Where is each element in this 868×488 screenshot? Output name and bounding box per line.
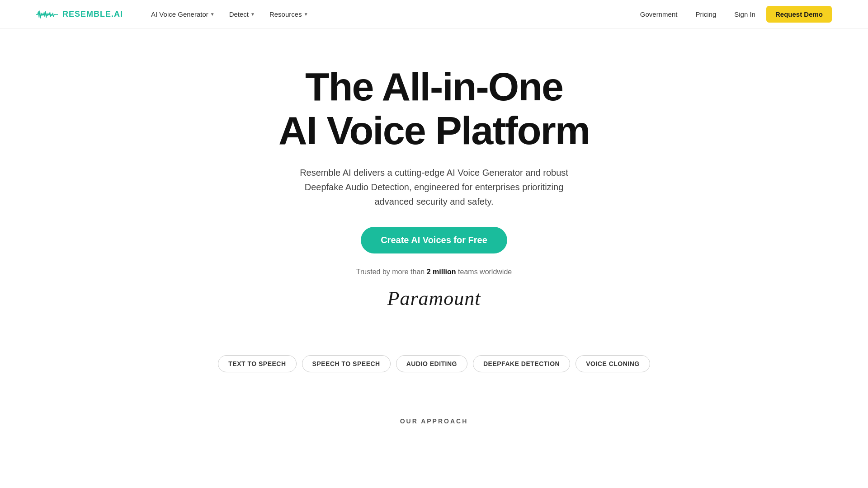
pill-speech-to-speech[interactable]: SPEECH TO SPEECH (302, 355, 391, 372)
navbar: RESEMBLE.AI AI Voice Generator ▼ Detect … (0, 0, 868, 29)
nav-item-label: Detect (229, 10, 249, 18)
hero-title: The All-in-One AI Voice Platform (278, 65, 590, 153)
nav-item-resources[interactable]: Resources ▼ (263, 7, 315, 22)
trust-prefix: Trusted by more than (356, 268, 427, 276)
hero-title-line2: AI Voice Platform (278, 108, 590, 153)
hero-title-line1: The All-in-One (305, 64, 563, 109)
nav-item-label: Resources (269, 10, 302, 18)
trust-suffix: teams worldwide (456, 268, 512, 276)
nav-item-detect[interactable]: Detect ▼ (223, 7, 261, 22)
pill-label: VOICE CLONING (586, 360, 640, 367)
pill-label: AUDIO EDITING (406, 360, 457, 367)
pill-label: TEXT TO SPEECH (228, 360, 286, 367)
pill-text-to-speech[interactable]: TEXT TO SPEECH (218, 355, 296, 372)
logo-waveform-icon (36, 8, 58, 21)
our-approach-section: OUR APPROACH (0, 408, 868, 448)
nav-signin-link[interactable]: Sign In (727, 7, 763, 22)
logo-link[interactable]: RESEMBLE.AI (36, 8, 123, 21)
navbar-right: Government Pricing Sign In Request Demo (633, 6, 832, 23)
paramount-logo: Paramount (387, 287, 481, 310)
pill-deepfake-detection[interactable]: DEEPFAKE DETECTION (473, 355, 570, 372)
nav-government-link[interactable]: Government (633, 7, 685, 22)
logo-text: RESEMBLE.AI (62, 9, 123, 19)
trust-highlight: 2 million (427, 268, 456, 276)
hero-section: The All-in-One AI Voice Platform Resembl… (0, 29, 868, 355)
pill-voice-cloning[interactable]: VOICE CLONING (576, 355, 650, 372)
create-voices-button[interactable]: Create AI Voices for Free (361, 227, 507, 253)
feature-pills: TEXT TO SPEECH SPEECH TO SPEECH AUDIO ED… (0, 355, 868, 372)
chevron-down-icon: ▼ (304, 12, 308, 17)
nav-item-label: AI Voice Generator (151, 10, 208, 18)
trust-text: Trusted by more than 2 million teams wor… (356, 268, 512, 276)
nav-pricing-link[interactable]: Pricing (688, 7, 723, 22)
chevron-down-icon: ▼ (250, 12, 255, 17)
pill-label: SPEECH TO SPEECH (312, 360, 380, 367)
pill-audio-editing[interactable]: AUDIO EDITING (396, 355, 467, 372)
hero-subtitle: Resemble AI delivers a cutting-edge AI V… (285, 165, 583, 209)
pill-label: DEEPFAKE DETECTION (483, 360, 560, 367)
nav-links: AI Voice Generator ▼ Detect ▼ Resources … (145, 7, 315, 22)
chevron-down-icon: ▼ (210, 12, 215, 17)
navbar-left: RESEMBLE.AI AI Voice Generator ▼ Detect … (36, 7, 315, 22)
nav-item-ai-voice-generator[interactable]: AI Voice Generator ▼ (145, 7, 221, 22)
our-approach-label: OUR APPROACH (18, 418, 850, 425)
request-demo-button[interactable]: Request Demo (766, 6, 832, 23)
